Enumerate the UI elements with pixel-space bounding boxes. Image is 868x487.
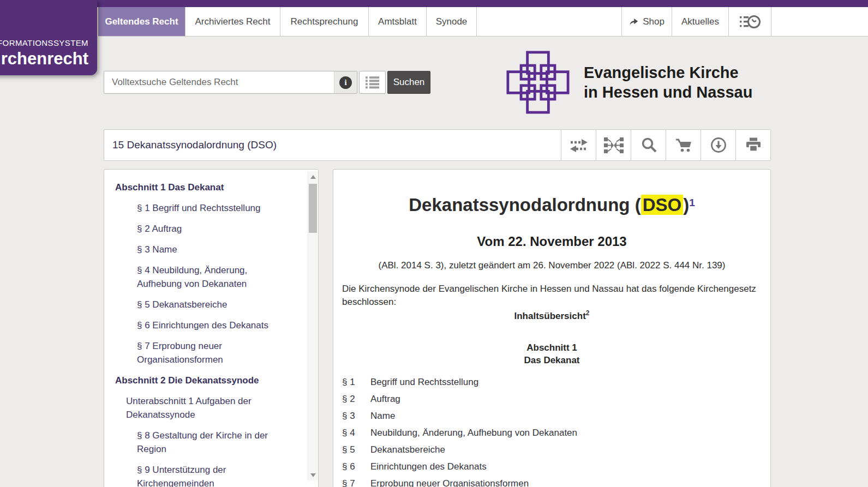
toc-scrollbar[interactable] (308, 171, 318, 480)
tab-synode[interactable]: Synode (427, 7, 477, 36)
paragraph-title: Auftrag (370, 393, 762, 405)
shop-arrow-icon (629, 17, 638, 26)
nav-history[interactable] (729, 7, 771, 36)
document-search-button[interactable] (631, 130, 666, 160)
fulltext-search: i (104, 71, 357, 94)
nav-rest (771, 7, 868, 36)
paragraph-row: § 1Begriff und Rechtsstellung (342, 376, 762, 388)
org-name: Evangelische Kirche in Hessen und Nassau (584, 63, 752, 102)
paragraph-number: § 3 (342, 410, 370, 422)
synopsis-icon (604, 137, 624, 154)
nav-aktuelles-label: Aktuelles (681, 16, 719, 27)
toc-item[interactable]: § 9 Unterstützung der Kirchengemeinden (115, 463, 294, 487)
law-date: Vom 22. November 2013 (342, 234, 762, 249)
org-name-line2: in Hessen und Nassau (584, 82, 752, 102)
footnote-2-link[interactable]: 2 (586, 309, 590, 317)
ekhn-cross-icon (506, 51, 570, 114)
toc-item[interactable]: § 3 Name (115, 243, 294, 256)
toc-item[interactable]: § 4 Neubildung, Änderung, Aufhebung von … (115, 263, 294, 291)
cart-icon (675, 138, 692, 153)
download-icon (710, 137, 727, 153)
paragraph-title: Erprobung neuer Organisationsformen (370, 478, 762, 487)
toc-item[interactable]: § 5 Dekanatsbereiche (115, 298, 294, 311)
law-title: Dekanatssynodalordnung (DSO)1 (342, 195, 762, 215)
search-info-button[interactable]: i (334, 71, 357, 93)
compare-versions-button[interactable] (561, 130, 596, 160)
overview-heading: Inhaltsübersicht2 (342, 309, 762, 322)
law-title-highlight: DSO (641, 195, 684, 215)
tab-rechtsprechung[interactable]: Rechtsprechung (280, 7, 369, 36)
nav-shop-label: Shop (643, 16, 665, 27)
synopsis-button[interactable] (596, 130, 631, 160)
nav-aktuelles[interactable]: Aktuelles (672, 7, 729, 36)
law-reference: (ABl. 2014 S. 3), zuletzt geändert am 26… (342, 260, 762, 271)
toc-item[interactable]: § 1 Begriff und Rechtsstellung (115, 201, 294, 215)
section-heading-line1: Abschnitt 1 (342, 341, 762, 354)
paragraph-number: § 5 (342, 444, 370, 456)
paragraph-number: § 1 (342, 376, 370, 388)
search-input[interactable] (104, 71, 334, 93)
main-tabs: Geltendes RechtArchiviertes RechtRechtsp… (98, 7, 477, 36)
law-title-pre: Dekanatssynodalordnung ( (409, 195, 640, 215)
list-icon (366, 76, 380, 89)
kirchenrecht-home-logo[interactable]: INFORMATIONSSYSTEM rchenrecht (0, 0, 97, 75)
section-heading-line2: Das Dekanat (342, 354, 762, 366)
main-nav: Geltendes RechtArchiviertes RechtRechtsp… (98, 7, 868, 37)
paragraph-title: Dekanatsbereiche (370, 444, 762, 456)
system-name: rchenrecht (1, 49, 88, 69)
paragraph-row: § 2Auftrag (342, 393, 762, 405)
footnote-1-link[interactable]: 1 (689, 197, 695, 208)
document-title: 15 Dekanatssynodalordnung (DSO) (104, 130, 561, 160)
scrollbar-down-button[interactable] (308, 470, 318, 480)
top-accent-bar (0, 0, 868, 7)
info-icon: i (339, 76, 352, 89)
paragraph-number: § 7 (342, 478, 370, 487)
ekhn-logo[interactable]: Evangelische Kirche in Hessen und Nassau (506, 51, 752, 114)
paragraph-row: § 5Dekanatsbereiche (342, 444, 762, 456)
toc-item[interactable]: Abschnitt 2 Die Dekanatssynode (115, 374, 294, 387)
paragraph-number: § 6 (342, 461, 370, 473)
history-list-clock-icon (739, 14, 761, 30)
document-content: Dekanatssynodalordnung (DSO)1 Vom 22. No… (333, 169, 771, 487)
tab-geltendes-recht[interactable]: Geltendes Recht (98, 7, 185, 36)
section-heading: Abschnitt 1 Das Dekanat (342, 341, 762, 366)
nav-spacer (477, 7, 622, 36)
cart-button[interactable] (666, 130, 701, 160)
compare-arrows-icon (569, 138, 589, 153)
search-icon (640, 137, 657, 153)
paragraph-row: § 6Einrichtungen des Dekanats (342, 461, 762, 473)
scrollbar-thumb[interactable] (309, 184, 317, 233)
search-options-button[interactable] (359, 71, 386, 94)
paragraph-list: § 1Begriff und Rechtsstellung§ 2Auftrag§… (342, 376, 762, 487)
tab-amtsblatt[interactable]: Amtsblatt (369, 7, 427, 36)
toc-list: Abschnitt 1 Das Dekanat§ 1 Begriff und R… (104, 170, 318, 487)
paragraph-title: Einrichtungen des Dekanats (370, 461, 762, 473)
toc-item[interactable]: Abschnitt 1 Das Dekanat (115, 181, 294, 194)
paragraph-row: § 3Name (342, 410, 762, 422)
toc-item[interactable]: Unterabschnitt 1 Aufgaben der Dekanatssy… (115, 394, 294, 422)
law-intro: Die Kirchensynode der Evangelischen Kirc… (342, 282, 762, 309)
paragraph-row: § 7Erprobung neuer Organisationsformen (342, 478, 762, 487)
search-submit-button[interactable]: Suchen (387, 71, 430, 94)
printer-icon (745, 137, 762, 153)
document-bar: 15 Dekanatssynodalordnung (DSO) (104, 129, 771, 161)
paragraph-number: § 4 (342, 427, 370, 439)
print-button[interactable] (735, 130, 770, 160)
nav-shop[interactable]: Shop (622, 7, 672, 36)
toc-item[interactable]: § 8 Gestaltung der Kirche in der Region (115, 429, 294, 456)
paragraph-title: Name (370, 410, 762, 422)
triangle-down-icon (310, 473, 316, 477)
paragraph-title: Begriff und Rechtsstellung (370, 376, 762, 388)
paragraph-number: § 2 (342, 393, 370, 405)
scrollbar-up-button[interactable] (308, 171, 318, 182)
download-button[interactable] (701, 130, 735, 160)
tab-archiviertes-recht[interactable]: Archiviertes Recht (185, 7, 280, 36)
toc-item[interactable]: § 2 Auftrag (115, 222, 294, 236)
paragraph-title: Neubildung, Änderung, Aufhebung von Deka… (370, 427, 762, 439)
overview-heading-text: Inhaltsübersicht (514, 311, 586, 321)
toc-item[interactable]: § 6 Einrichtungen des Dekanats (115, 318, 294, 332)
org-name-line1: Evangelische Kirche (584, 63, 752, 82)
system-label: INFORMATIONSSYSTEM (0, 38, 88, 47)
toc-sidebar: Abschnitt 1 Das Dekanat§ 1 Begriff und R… (104, 169, 319, 487)
toc-item[interactable]: § 7 Erprobung neuer Organisationsformen (115, 339, 294, 366)
